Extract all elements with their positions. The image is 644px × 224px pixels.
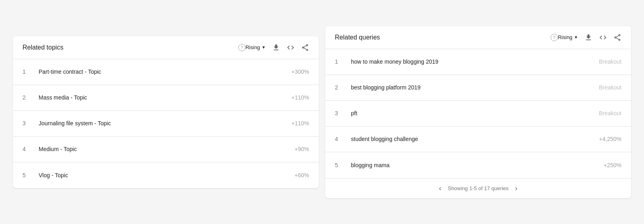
row-value: Breakout xyxy=(599,58,621,65)
right-header-controls: Rising ▼ xyxy=(558,33,621,41)
left-share-icon[interactable] xyxy=(301,44,309,52)
row-value: Breakout xyxy=(599,84,621,91)
table-row[interactable]: 4 Medium - Topic +90% xyxy=(13,137,319,162)
row-label: student blogging challenge xyxy=(351,136,599,142)
row-value: +60% xyxy=(295,172,309,178)
table-row[interactable]: 3 Journaling file system - Topic +110% xyxy=(13,111,319,137)
left-dropdown-arrow-icon: ▼ xyxy=(262,45,266,50)
row-value: +250% xyxy=(604,162,621,168)
row-number: 1 xyxy=(335,58,345,65)
right-rising-dropdown[interactable]: Rising ▼ xyxy=(558,34,578,40)
row-number: 2 xyxy=(23,94,32,101)
related-topics-panel: Related topics ? Rising ▼ 1 Part-time co… xyxy=(13,36,319,188)
table-row[interactable]: 5 blogging mama +250% xyxy=(325,152,631,178)
right-dropdown-arrow-icon: ▼ xyxy=(574,35,578,39)
row-label: pft xyxy=(351,110,599,116)
row-label: best blogging platform 2019 xyxy=(351,84,599,91)
row-number: 5 xyxy=(335,162,345,168)
left-help-icon[interactable]: ? xyxy=(238,44,246,51)
related-queries-panel: Related queries ? Rising ▼ 1 how to make… xyxy=(325,26,631,198)
right-download-icon[interactable] xyxy=(584,33,592,41)
right-share-icon[interactable] xyxy=(613,33,621,41)
table-row[interactable]: 1 how to make money blogging 2019 Breako… xyxy=(325,49,631,75)
row-number: 5 xyxy=(23,172,32,178)
row-label: how to make money blogging 2019 xyxy=(351,58,599,65)
row-number: 4 xyxy=(23,146,32,152)
table-row[interactable]: 3 pft Breakout xyxy=(325,101,631,127)
left-download-icon[interactable] xyxy=(272,44,280,52)
row-label: Mass media - Topic xyxy=(39,94,291,101)
right-panel-title: Related queries xyxy=(335,34,547,41)
table-row[interactable]: 1 Part-time contract - Topic +300% xyxy=(13,59,319,85)
table-row[interactable]: 2 Mass media - Topic +110% xyxy=(13,85,319,111)
left-table-body: 1 Part-time contract - Topic +300% 2 Mas… xyxy=(13,59,319,188)
next-page-button[interactable]: › xyxy=(515,184,518,193)
prev-page-button[interactable]: ‹ xyxy=(439,184,441,193)
left-panel-title: Related topics xyxy=(23,44,235,51)
right-help-icon[interactable]: ? xyxy=(551,34,558,41)
row-label: Part-time contract - Topic xyxy=(39,68,291,75)
row-value: Breakout xyxy=(599,110,621,116)
row-number: 4 xyxy=(335,136,345,142)
left-rising-label: Rising xyxy=(246,44,260,50)
right-table-body: 1 how to make money blogging 2019 Breako… xyxy=(325,49,631,178)
row-value: +300% xyxy=(291,68,309,75)
row-number: 3 xyxy=(23,120,32,127)
row-label: Vlog - Topic xyxy=(39,172,295,178)
row-value: +4,250% xyxy=(599,136,621,142)
row-label: Journaling file system - Topic xyxy=(39,120,291,127)
row-value: +110% xyxy=(291,120,309,127)
row-label: Medium - Topic xyxy=(39,146,295,152)
row-number: 2 xyxy=(335,84,345,91)
right-panel-header: Related queries ? Rising ▼ xyxy=(325,26,631,49)
left-embed-icon[interactable] xyxy=(287,44,295,52)
table-row[interactable]: 4 student blogging challenge +4,250% xyxy=(325,127,631,152)
left-header-controls: Rising ▼ xyxy=(246,44,309,52)
row-number: 1 xyxy=(23,68,32,75)
table-row[interactable]: 2 best blogging platform 2019 Breakout xyxy=(325,75,631,101)
table-row[interactable]: 5 Vlog - Topic +60% xyxy=(13,162,319,188)
right-rising-label: Rising xyxy=(558,34,572,40)
right-embed-icon[interactable] xyxy=(599,33,607,41)
pagination-text: Showing 1-5 of 17 queries xyxy=(448,185,508,191)
right-panel-footer: ‹ Showing 1-5 of 17 queries › xyxy=(325,178,631,198)
left-rising-dropdown[interactable]: Rising ▼ xyxy=(246,44,266,50)
row-value: +110% xyxy=(291,94,309,101)
row-number: 3 xyxy=(335,110,345,116)
row-label: blogging mama xyxy=(351,162,604,168)
left-panel-header: Related topics ? Rising ▼ xyxy=(13,36,319,59)
row-value: +90% xyxy=(295,146,309,152)
